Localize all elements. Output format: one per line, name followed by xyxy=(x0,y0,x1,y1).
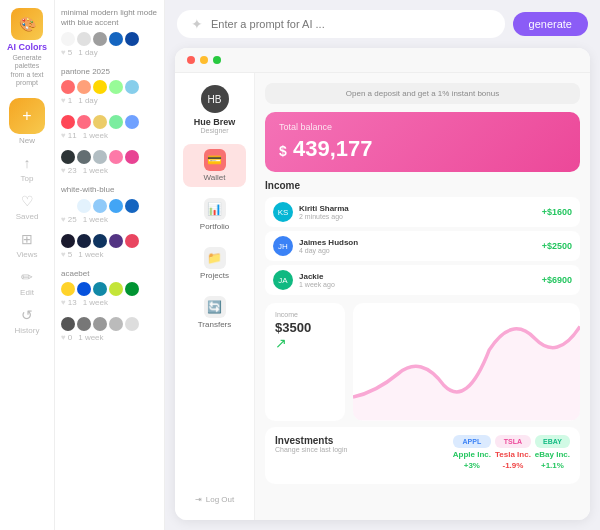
swatch xyxy=(77,199,91,213)
sidebar-item-views[interactable]: ⊞ Views xyxy=(16,229,37,259)
logout-button[interactable]: ⇥ Log Out xyxy=(195,495,234,504)
list-item[interactable]: white-with-blue ♥ 25 1 week xyxy=(61,185,158,223)
app-user-role: Designer xyxy=(200,127,228,134)
palette-meta: ♥ 11 1 week xyxy=(61,131,158,140)
stock-ebay: EBAY eBay Inc. +1.1% xyxy=(535,435,570,470)
income-avatar-2: JH xyxy=(273,236,293,256)
appl-pct: +3% xyxy=(453,461,491,470)
income-avatar-3: JA xyxy=(273,270,293,290)
investments-card: Investments Change since last login APPL… xyxy=(265,427,580,484)
sidebar-item-saved[interactable]: ♡ Saved xyxy=(16,191,39,221)
palette-time: 1 week xyxy=(78,333,103,342)
swatch xyxy=(125,150,139,164)
palette-swatches xyxy=(61,282,158,296)
income-name-2: Jaimes Hudson xyxy=(299,238,536,247)
list-item[interactable]: acaebet ♥ 13 1 week xyxy=(61,269,158,307)
prompt-input[interactable] xyxy=(211,18,491,30)
app-nav-transfers[interactable]: 🔄 Transfers xyxy=(183,291,246,334)
heart-icon: ♥ xyxy=(61,250,66,259)
new-button[interactable]: + xyxy=(9,98,45,134)
sidebar-item-top[interactable]: ↑ Top xyxy=(17,153,37,183)
likes-count: 1 xyxy=(68,96,72,105)
income-total-label: Income xyxy=(275,311,335,318)
palette-meta: ♥ 23 1 week xyxy=(61,166,158,175)
list-item[interactable]: pantone 2025 ♥ 1 1 day xyxy=(61,67,158,105)
swatch xyxy=(61,317,75,331)
appl-tag: APPL xyxy=(453,435,491,448)
swatch xyxy=(109,32,123,46)
swatch xyxy=(125,32,139,46)
palette-desc: white-with-blue xyxy=(61,185,158,195)
maximize-dot xyxy=(213,56,221,64)
income-name-1: Kiriti Sharma xyxy=(299,204,536,213)
palette-swatches xyxy=(61,199,158,213)
likes-count: 25 xyxy=(68,215,77,224)
list-item[interactable]: minimal modern light mode with blue acce… xyxy=(61,8,158,57)
likes-count: 11 xyxy=(68,131,77,140)
swatch xyxy=(61,115,75,129)
history-label: History xyxy=(15,326,40,335)
palette-desc: acaebet xyxy=(61,269,158,279)
heart-icon: ♥ xyxy=(61,131,66,140)
stock-appl: APPL Apple Inc. +3% xyxy=(453,435,491,470)
window-title-bar xyxy=(175,48,590,73)
app-logo: 🎨 xyxy=(11,8,43,40)
left-sidebar: 🎨 AI Colors Generate palettes from a tex… xyxy=(0,0,55,530)
list-item[interactable]: ♥ 0 1 week xyxy=(61,317,158,342)
swatch xyxy=(77,317,91,331)
swatch xyxy=(61,32,75,46)
income-name-3: Jackie xyxy=(299,272,536,281)
projects-icon: 📁 xyxy=(204,247,226,269)
palette-desc: pantone 2025 xyxy=(61,67,158,77)
swatch xyxy=(109,80,123,94)
deposit-banner: Open a deposit and get a 1% instant bonu… xyxy=(265,83,580,104)
generate-button[interactable]: generate xyxy=(513,12,588,36)
app-preview: HB Hue Brew Designer 💳 Wallet 📊 Portfoli… xyxy=(175,73,590,520)
heart-icon: ♥ xyxy=(61,48,66,57)
swatch xyxy=(93,282,107,296)
income-item-2: JH Jaimes Hudson 4 day ago +$2500 xyxy=(265,231,580,261)
logout-icon: ⇥ xyxy=(195,495,202,504)
swatch xyxy=(125,282,139,296)
app-title: AI Colors xyxy=(7,42,47,52)
palette-meta: ♥ 5 1 week xyxy=(61,250,158,259)
palette-meta: ♥ 5 1 day xyxy=(61,48,158,57)
palette-time: 1 week xyxy=(78,250,103,259)
stock-tags: APPL Apple Inc. +3% TSLA Tesla Inc. -1.9… xyxy=(453,435,570,470)
sidebar-item-edit[interactable]: ✏ Edit xyxy=(17,267,37,297)
edit-icon: ✏ xyxy=(17,267,37,287)
palette-swatches xyxy=(61,150,158,164)
app-nav-projects[interactable]: 📁 Projects xyxy=(183,242,246,285)
income-info-3: Jackie 1 week ago xyxy=(299,272,536,288)
income-time-1: 2 minutes ago xyxy=(299,213,536,220)
palette-swatches xyxy=(61,32,158,46)
palette-swatches xyxy=(61,234,158,248)
list-item[interactable]: ♥ 5 1 week xyxy=(61,234,158,259)
app-subtitle: Generate palettes from a text prompt xyxy=(6,54,48,88)
list-item[interactable]: ♥ 11 1 week xyxy=(61,115,158,140)
swatch xyxy=(109,234,123,248)
palette-likes: ♥ 25 xyxy=(61,215,77,224)
palette-time: 1 day xyxy=(78,48,98,57)
app-nav-portfolio[interactable]: 📊 Portfolio xyxy=(183,193,246,236)
tsla-name: Tesla Inc. xyxy=(495,450,531,459)
new-label: New xyxy=(19,136,35,145)
swatch xyxy=(109,317,123,331)
list-item[interactable]: ♥ 23 1 week xyxy=(61,150,158,175)
projects-label: Projects xyxy=(200,271,229,280)
sidebar-item-history[interactable]: ↺ History xyxy=(15,305,40,335)
income-total-amount: $3500 xyxy=(275,320,335,335)
palette-time: 1 week xyxy=(83,215,108,224)
app-nav-wallet[interactable]: 💳 Wallet xyxy=(183,144,246,187)
ebay-tag: EBAY xyxy=(535,435,570,448)
top-label: Top xyxy=(21,174,34,183)
appl-name: Apple Inc. xyxy=(453,450,491,459)
balance-card: Total balance $ 439,177 xyxy=(265,112,580,172)
bottom-row: Income $3500 ↗ xyxy=(265,303,580,421)
palette-meta: ♥ 0 1 week xyxy=(61,333,158,342)
views-label: Views xyxy=(16,250,37,259)
swatch xyxy=(77,115,91,129)
income-title: Income xyxy=(265,180,580,191)
palette-likes: ♥ 1 xyxy=(61,96,72,105)
swatch xyxy=(93,115,107,129)
